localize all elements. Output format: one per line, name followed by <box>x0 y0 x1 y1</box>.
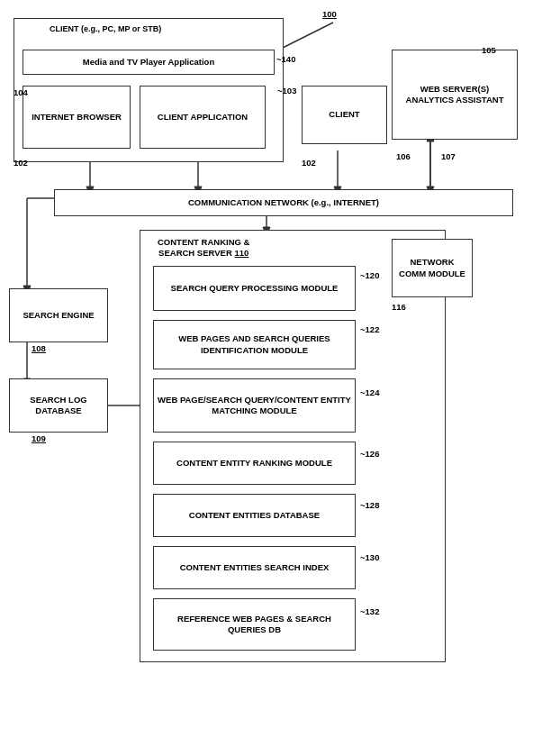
internet-browser-box: INTERNET BROWSER <box>23 86 131 149</box>
content-entity-ranking-box: CONTENT ENTITY RANKING MODULE <box>153 442 356 485</box>
comm-network-box: COMMUNICATION NETWORK (e.g., INTERNET) <box>54 189 513 216</box>
search-log-box: SEARCH LOG DATABASE <box>9 378 108 433</box>
content-entities-db-box: CONTENT ENTITIES DATABASE <box>153 494 356 537</box>
ref-108: 108 <box>32 343 46 354</box>
content-ranking-label: CONTENT RANKING &SEARCH SERVER 110 <box>158 237 249 260</box>
diagram: 100 CLIENT (e.g., PC, MP or STB) Media a… <box>0 0 533 756</box>
ref-124: ~124 <box>360 387 379 398</box>
client-device-label: CLIENT (e.g., PC, MP or STB) <box>50 24 161 35</box>
ref-105: 105 <box>482 45 496 56</box>
ref-109: 109 <box>32 433 46 444</box>
ref-132: ~132 <box>360 606 379 617</box>
web-page-content-box: WEB PAGE/SEARCH QUERY/CONTENT ENTITY MAT… <box>153 378 356 433</box>
ref-130: ~130 <box>360 552 379 563</box>
svg-line-0 <box>279 23 333 50</box>
web-server-box: WEB SERVER(S) ANALYTICS ASSISTANT <box>392 50 518 140</box>
media-player-box: Media and TV Player Application <box>23 50 275 75</box>
ref-128: ~128 <box>360 500 379 511</box>
ref-120: ~120 <box>360 270 379 281</box>
web-pages-queries-box: WEB PAGES AND SEARCH QUERIES IDENTIFICAT… <box>153 320 356 369</box>
ref-126: ~126 <box>360 449 379 460</box>
ref-102a: 102 <box>14 158 28 169</box>
reference-web-pages-box: REFERENCE WEB PAGES & SEARCH QUERIES DB <box>153 598 356 651</box>
ref-122: ~122 <box>360 324 379 335</box>
search-query-proc-box: SEARCH QUERY PROCESSING MODULE <box>153 266 356 311</box>
ref-107: 107 <box>441 151 456 162</box>
ref-102b: 102 <box>302 158 316 169</box>
ref-100: 100 <box>322 9 337 20</box>
client-standalone-box: CLIENT <box>302 86 387 144</box>
ref-104: 104 <box>14 87 28 98</box>
content-entities-search-box: CONTENT ENTITIES SEARCH INDEX <box>153 546 356 589</box>
search-engine-box: SEARCH ENGINE <box>9 288 108 342</box>
ref-106: 106 <box>396 151 411 162</box>
ref-140: ~140 <box>276 54 295 65</box>
ref-103: ~103 <box>277 86 296 96</box>
client-application-box: CLIENT APPLICATION <box>140 86 266 149</box>
network-comm-box: NETWORK COMM MODULE <box>392 239 473 297</box>
ref-116: 116 <box>392 302 406 313</box>
